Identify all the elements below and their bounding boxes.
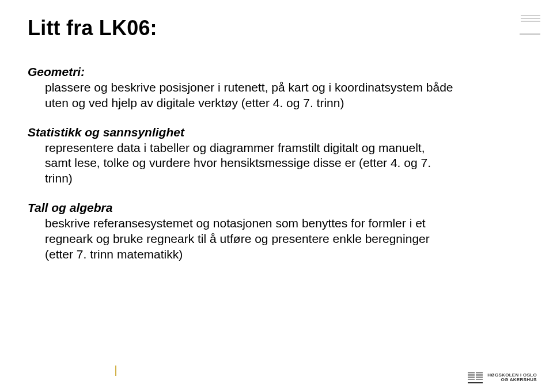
logo-text: HØGSKOLEN I OSLO OG AKERSHUS xyxy=(487,373,537,383)
section-body: plassere og beskrive posisjoner i rutene… xyxy=(45,80,454,111)
section-heading: Geometri: xyxy=(28,64,454,80)
section-tall-algebra: Tall og algebra beskrive referansesystem… xyxy=(28,200,454,262)
section-body: beskrive referansesystemet og notasjonen… xyxy=(45,216,454,262)
section-heading: Statistikk og sannsynlighet xyxy=(28,125,454,140)
slide-title: Litt fra LK06: xyxy=(28,16,525,40)
section-body: representere data i tabeller og diagramm… xyxy=(45,140,454,187)
section-geometri: Geometri: plassere og beskrive posisjone… xyxy=(28,64,454,111)
decorative-marks xyxy=(520,15,540,37)
logo-line2: OG AKERSHUS xyxy=(487,378,537,382)
logo-icon xyxy=(468,371,483,384)
section-statistikk: Statistikk og sannsynlighet representere… xyxy=(28,125,454,187)
slide-content: Geometri: plassere og beskrive posisjone… xyxy=(28,64,454,262)
footer-divider xyxy=(115,366,116,376)
institution-logo: HØGSKOLEN I OSLO OG AKERSHUS xyxy=(468,371,537,384)
slide: Litt fra LK06: Geometri: plassere og bes… xyxy=(0,0,553,392)
section-heading: Tall og algebra xyxy=(28,200,454,216)
